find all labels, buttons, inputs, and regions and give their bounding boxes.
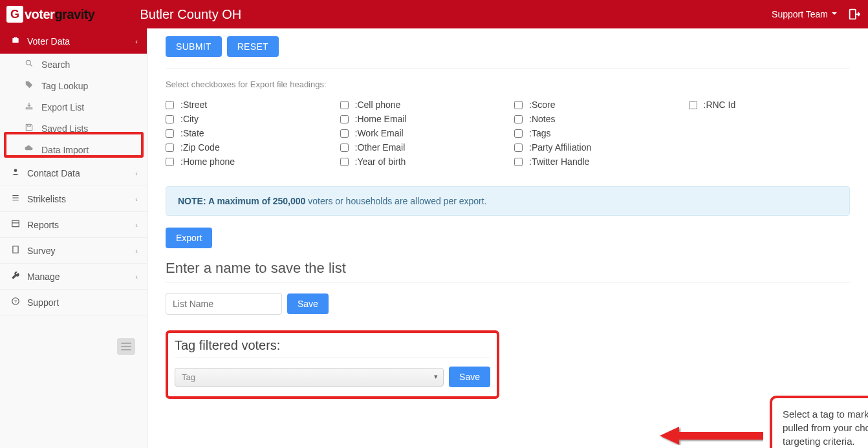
logo-badge: G [6,6,23,23]
svg-point-2 [14,169,17,172]
logo[interactable]: G votergravity [6,6,95,23]
checkbox-score[interactable]: :Score [514,100,676,110]
tag-section-title: Tag filtered voters: [175,338,490,353]
svg-rect-4 [13,246,18,253]
checkbox-tags[interactable]: :Tags [514,128,676,138]
save-list-button[interactable]: Save [287,293,329,314]
chevron-left-icon: ‹ [135,195,138,203]
save-tag-button[interactable]: Save [449,367,490,387]
checkbox-cell-phone[interactable]: :Cell phone [340,100,502,110]
sidebar-item-survey[interactable]: Survey ‹ [0,238,147,264]
sidebar-label: Export List [41,102,84,112]
divider [166,282,850,283]
sidebar-label: Reports [27,220,59,230]
user-icon [9,167,22,178]
svg-rect-0 [850,10,856,19]
export-note: NOTE: A maximum of 250,000 voters or hou… [166,186,850,216]
sidebar-item-saved-lists[interactable]: Saved Lists [0,118,147,139]
sidebar-item-strikelists[interactable]: Strikelists ‹ [0,186,147,212]
list-name-input[interactable] [166,293,282,315]
reset-button[interactable]: RESET [227,36,279,57]
sidebar-label: Voter Data [27,36,70,47]
list-icon [9,193,22,204]
checkbox-state[interactable]: :State [166,128,327,138]
sidebar-label: Saved Lists [41,123,88,134]
sidebar-label: Support [27,297,59,308]
chevron-left-icon: ‹ [135,169,138,177]
checkbox-party[interactable]: :Party Affiliation [514,142,676,153]
chevron-left-icon: ‹ [135,221,138,229]
sidebar-label: Manage [27,272,60,282]
export-hint: Select checkboxes for Export file headin… [166,80,850,89]
sidebar: Voter Data ‹ Search Tag Lookup Export Li… [0,28,147,448]
save-list-title: Enter a name to save the list [166,260,850,277]
logout-icon[interactable] [847,7,862,21]
sidebar-label: Search [41,59,70,70]
sidebar-item-support[interactable]: ? Support [0,290,147,315]
sidebar-item-export-list[interactable]: Export List [0,96,147,118]
sidebar-item-tag-lookup[interactable]: Tag Lookup [0,75,147,96]
tag-select[interactable]: Tag [175,368,444,387]
sidebar-item-contact-data[interactable]: Contact Data ‹ [0,160,147,186]
sidebar-label: Contact Data [27,168,80,178]
checkbox-home-email[interactable]: :Home Email [340,114,502,124]
svg-text:?: ? [14,299,17,304]
note-rest: voters or households are allowed per exp… [305,196,486,206]
topbar: G votergravity Butler County OH Support … [0,0,868,28]
table-icon [9,219,22,230]
annotation-callout: Select a tag to mark all voters pulled f… [770,396,868,448]
save-icon [25,123,36,134]
sidebar-item-data-import[interactable]: Data Import [0,139,147,160]
annotation-arrow-icon [660,427,763,447]
briefcase-icon [9,36,22,47]
download-icon [25,101,36,112]
org-name: Butler County OH [140,7,242,22]
sidebar-item-manage[interactable]: Manage ‹ [0,264,147,290]
sidebar-label: Tag Lookup [41,81,88,91]
sidebar-item-voter-data[interactable]: Voter Data ‹ [0,28,147,54]
checkbox-other-email[interactable]: :Other Email [340,142,502,153]
sidebar-label: Strikelists [27,194,66,204]
sidebar-label: Survey [27,246,56,256]
user-menu[interactable]: Support Team [772,9,837,19]
chevron-left-icon: ‹ [135,273,138,281]
checkbox-twitter[interactable]: :Twitter Handle [514,156,676,167]
submit-button[interactable]: SUBMIT [166,36,222,57]
divider [166,69,850,69]
export-button[interactable]: Export [166,228,212,248]
chevron-left-icon: ‹ [135,247,138,255]
sidebar-item-reports[interactable]: Reports ‹ [0,212,147,238]
main-content: SUBMIT RESET Select checkboxes for Expor… [147,28,868,448]
svg-point-1 [26,60,30,65]
sidebar-toggle[interactable] [117,338,135,355]
checkbox-yob[interactable]: :Year of birth [340,156,502,167]
checkbox-notes[interactable]: :Notes [514,114,676,124]
note-bold: NOTE: A maximum of 250,000 [178,196,305,206]
checkbox-work-email[interactable]: :Work Email [340,128,502,138]
help-icon: ? [9,297,22,308]
svg-rect-3 [12,220,19,226]
checkbox-home-phone[interactable]: :Home phone [166,156,327,167]
tag-filtered-voters-section: Tag filtered voters: Tag Save [166,330,499,399]
cloud-upload-icon [25,144,36,155]
export-fields-grid: :Street :Cell phone :Score :RNC Id :City… [166,100,850,167]
divider [175,357,490,357]
checkbox-zip[interactable]: :Zip Code [166,142,327,153]
tag-icon [25,80,36,91]
chevron-left-icon: ‹ [135,37,138,45]
search-icon [25,59,36,70]
checkbox-city[interactable]: :City [166,114,327,124]
checkbox-rnc-id[interactable]: :RNC Id [689,100,851,110]
wrench-icon [9,271,22,282]
sidebar-label: Data Import [41,145,89,155]
checkbox-street[interactable]: :Street [166,100,327,110]
clipboard-icon [9,245,22,256]
sidebar-item-search[interactable]: Search [0,54,147,75]
